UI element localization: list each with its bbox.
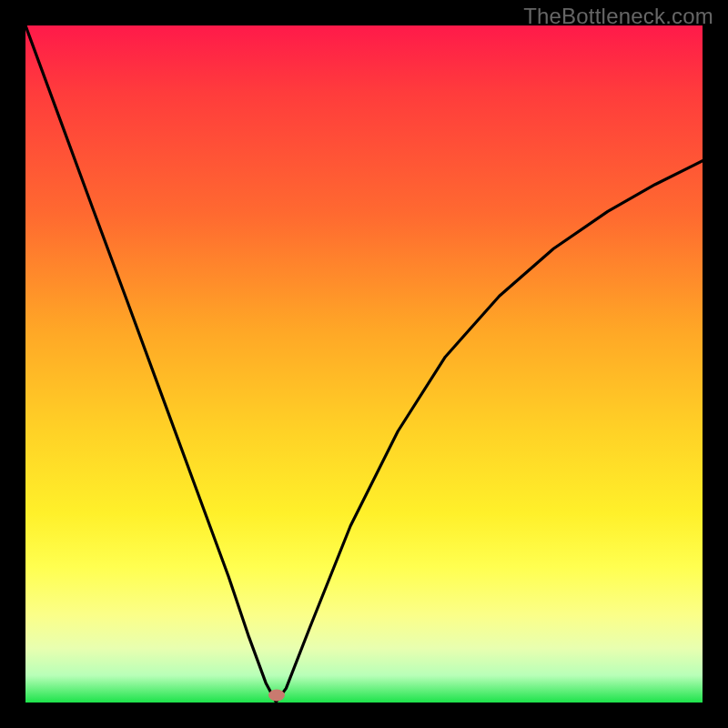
- bottleneck-curve: [25, 25, 703, 703]
- optimal-point-marker: [268, 689, 285, 701]
- watermark-text: TheBottleneck.com: [523, 4, 713, 29]
- chart-container: TheBottleneck.com: [0, 0, 728, 728]
- plot-area: [25, 25, 703, 703]
